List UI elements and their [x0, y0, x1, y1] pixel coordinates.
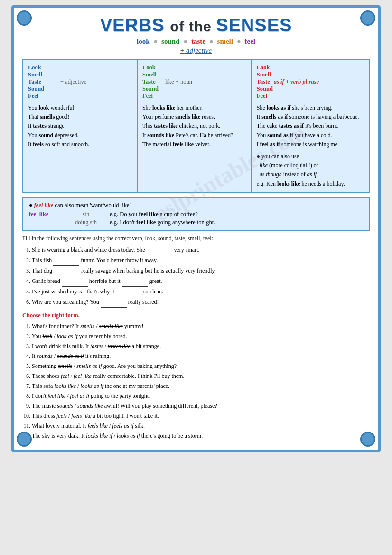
word-sound: sound: [161, 38, 179, 45]
exercise2-title: Choose the right form.: [22, 310, 370, 320]
title-of-the: of the: [170, 19, 216, 34]
exercise2-section: Choose the right form. What's for dinner…: [22, 310, 370, 441]
col2-examples: She looks like her mother. Your perfume …: [142, 103, 246, 149]
word-smell: smell: [217, 38, 233, 45]
title-verbs: VERBS: [100, 15, 165, 35]
list-item: Something smells / smells as if good. Ar…: [32, 361, 370, 371]
subtitle-row: look ● sound ● taste ● smell ● feel: [22, 38, 370, 46]
list-item: The sky is very dark. It looks like if /…: [32, 431, 370, 441]
list-item: She is wearing a black and white dress t…: [32, 245, 370, 255]
page: VERBS of the SENSES look ● sound ● taste…: [11, 5, 381, 452]
list-item: It sounds / sounds as if it's raining.: [32, 351, 370, 361]
exercise2-list: What's for dinner? It smells / smells li…: [22, 321, 370, 441]
exercise1-title: Fill in the following sentences using th…: [22, 234, 370, 243]
corner-tl: [17, 10, 32, 26]
list-item: The music sounds / sounds like awful! Wi…: [32, 401, 370, 411]
list-item: I've just washed my car that's why it so…: [32, 287, 370, 297]
col1: Look Smell Taste + adjective Sound Feel …: [23, 60, 137, 193]
word-look: look: [137, 38, 150, 45]
col2-words: Look Smell Taste like + noun Sound Feel: [142, 64, 246, 100]
col1-examples: You look wonderful! That smells good! It…: [28, 103, 132, 149]
word-feel: feel: [244, 38, 255, 45]
word-taste: taste: [191, 38, 205, 45]
list-item: What's for dinner? It smells / smells li…: [32, 321, 370, 331]
feel-like-label: feel like: [29, 211, 62, 218]
exercise1-list: She is wearing a black and white dress t…: [22, 245, 370, 308]
feel-like-title: feel like: [34, 202, 54, 208]
corner-tr: [360, 10, 375, 26]
main-table: Look Smell Taste + adjective Sound Feel …: [22, 59, 370, 193]
list-item: I don't feel like / feel as if going to …: [32, 391, 370, 401]
feel-like-sth: sth: [72, 211, 100, 218]
col3-words: Look Smell Taste as if + verb phrase Sou…: [257, 64, 364, 100]
list-item: This fish funny. You'd better throw it a…: [32, 255, 370, 266]
corner-br: [360, 432, 375, 447]
feel-like-eg1: e.g. Do you feel like a cup of coffee?: [110, 211, 198, 218]
adjective-row: + adjective: [22, 47, 370, 55]
feel-like-doing-sth: doing sth: [72, 219, 100, 226]
list-item: Why are you screaming? You really scared…: [32, 297, 370, 308]
feel-like-section: ● feel like can also mean 'want/would li…: [22, 197, 370, 231]
col1-words: Look Smell Taste + adjective Sound Feel: [28, 64, 132, 100]
col3-examples: She looks as if she's been crying. It sm…: [257, 103, 364, 188]
list-item: You look / look as if you're terribly bo…: [32, 331, 370, 341]
title-senses: SENSES: [216, 15, 292, 35]
list-item: This sofa looks like / looks as if the o…: [32, 381, 370, 391]
corner-bl: [17, 432, 32, 447]
col3: Look Smell Taste as if + verb phrase Sou…: [252, 60, 369, 193]
feel-like-eg2: e.g. I don't feel like going anywhere to…: [110, 219, 215, 226]
list-item: Garlic bread horrible but it great.: [32, 276, 370, 287]
list-item: This dress feels / feels like a bit too …: [32, 411, 370, 421]
list-item: I won't drink this milk. It tastes / tas…: [32, 341, 370, 351]
exercise1-section: Fill in the following sentences using th…: [22, 234, 370, 308]
list-item: That dog really savage when barking but …: [32, 266, 370, 276]
col2: Look Smell Taste like + noun Sound Feel …: [137, 60, 252, 193]
page-title: VERBS of the SENSES: [22, 15, 370, 36]
list-item: What lovely material. It feels like / fe…: [32, 421, 370, 431]
list-item: These shoes feel / feel like really comf…: [32, 371, 370, 381]
